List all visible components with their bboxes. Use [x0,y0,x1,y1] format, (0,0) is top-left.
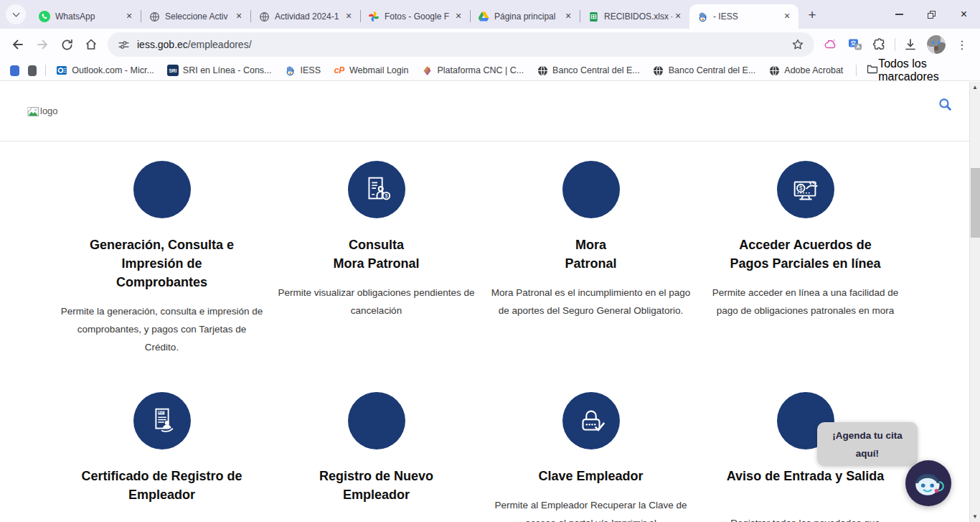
downloads-button[interactable] [898,32,923,57]
service-title[interactable]: Acceder Acuerdos de Pagos Parciales en l… [698,236,913,273]
bookmark-iess[interactable]: IESS [285,65,321,76]
bookmark-cnc[interactable]: Plataforma CNC | C... [421,65,524,76]
scroll-down-arrow[interactable]: ▼ [970,511,980,522]
cnc-icon [421,65,433,76]
url-text[interactable]: iess.gob.ec/empleadores/ [137,39,786,50]
folder-icon [867,63,878,78]
ruc-document-icon[interactable]: RUC [133,392,191,449]
iess-hand-icon [285,65,296,76]
bookmark-sri[interactable]: SRI SRI en Línea - Cons... [167,65,272,76]
card-consulta-mora-patronal[interactable]: $ Consulta Mora Patronal Permite visuali… [269,161,484,392]
service-title[interactable]: Generación, Consulta e Impresión de Comp… [55,236,269,292]
svg-text:$: $ [385,193,387,199]
card-acuerdos-pagos-parciales[interactable]: $ Acceder Acuerdos de Pagos Parciales en… [698,161,913,392]
tab-close-icon[interactable]: × [233,11,245,22]
tab-close-icon[interactable]: × [343,11,354,22]
chatbot-avatar[interactable] [905,460,951,506]
all-bookmarks[interactable]: Todos los marcadores [856,57,970,83]
service-description: Permite acceder en línea a una facilidad… [703,284,908,320]
address-bar[interactable]: iess.gob.ec/empleadores/ [108,32,814,57]
monitor-dollar-hand-icon[interactable]: $ [777,161,834,218]
site-search-button[interactable] [938,97,953,115]
svg-text:$: $ [799,185,803,192]
service-description: Permite visualizar obligaciones pendient… [274,284,479,320]
tab-actividad[interactable]: Actividad 2024-1 × [251,4,360,29]
bookmark-label: SRI en Línea - Cons... [183,65,272,75]
tab-recibidos[interactable]: RECIBIDOS.xlsx - × [580,4,689,29]
bookmark-label: Banco Central del E... [669,65,756,75]
window-controls: × [883,0,980,29]
forward-button[interactable] [30,32,55,57]
service-title[interactable]: Certificado de Registro de Empleador [55,467,269,504]
comprobantes-icon[interactable] [133,161,191,218]
close-icon: × [961,9,967,20]
card-certificado-registro[interactable]: RUC Certificado de Registro de Empleador [55,392,269,522]
bookmark-label: Outlook.com - Micr... [72,65,154,75]
puzzle-icon [872,37,887,52]
tab-label: RECIBIDOS.xlsx - [604,11,672,22]
tab-close-icon[interactable]: × [562,11,574,22]
browser-toolbar: iess.gob.ec/empleadores/ ⋮ [0,29,980,60]
tab-iess-active[interactable]: - IESS × [689,4,798,29]
bookmark-adobe-acrobat[interactable]: Adobe Acrobat [768,65,843,76]
tab-fotos[interactable]: Fotos - Google F × [361,4,470,29]
close-window-button[interactable]: × [948,0,980,29]
browser-menu-button[interactable]: ⋮ [950,32,974,57]
tab-label: WhatsApp [55,11,123,22]
new-tab-button[interactable]: + [803,6,821,24]
kebab-menu-icon: ⋮ [956,38,968,52]
scroll-up-arrow[interactable]: ▲ [970,82,980,93]
translate-button[interactable] [843,32,867,57]
tab-close-icon[interactable]: × [781,11,793,22]
ai-extension-button[interactable] [819,32,843,57]
tab-close-icon[interactable]: × [123,11,135,22]
back-button[interactable] [6,32,30,57]
page-scrollbar[interactable]: ▲ ▼ [969,82,980,522]
bookmark-star-button[interactable] [786,32,810,57]
tab-close-icon[interactable]: × [453,11,464,22]
tab-pagina-principal[interactable]: Página principal × [471,4,580,29]
bookmark-outlook[interactable]: Outlook.com - Micr... [56,65,154,76]
service-title[interactable]: Aviso de Entrada y Salida [698,467,913,485]
bookmarks-separator [856,65,857,76]
tab-whatsapp[interactable]: WhatsApp × [32,4,141,29]
registro-empleador-icon[interactable] [348,392,405,449]
service-description: Permite la generación, consulta e impres… [60,302,265,356]
service-title[interactable]: Consulta Mora Patronal [269,236,484,273]
scrollbar-thumb[interactable] [971,168,980,238]
pinned-blue-square-icon[interactable] [10,65,19,76]
service-title[interactable]: Mora Patronal [484,236,698,273]
home-button[interactable] [79,32,103,57]
card-generacion-comprobantes[interactable]: Generación, Consulta e Impresión de Comp… [55,161,269,392]
lock-check-icon[interactable] [562,392,620,449]
extensions-button[interactable] [867,32,892,57]
service-title[interactable]: Clave Empleador [484,467,698,485]
bookmark-webmail[interactable]: cP Webmail Login [334,65,408,76]
google-drive-icon [478,11,489,22]
forward-icon [35,37,50,52]
logo-alt-text: logo [40,106,58,116]
bookmark-banco-central-2[interactable]: Banco Central del E... [653,65,756,76]
profile-avatar[interactable] [927,35,946,54]
iess-hand-icon [697,11,708,22]
service-description: Permite al Empleador Recuperar la Clave … [489,496,694,522]
pinned-grey-square-icon[interactable] [28,65,37,76]
tab-search-button[interactable] [6,4,26,24]
card-mora-patronal[interactable]: Mora Patronal Mora Patronal es el incump… [484,161,698,392]
card-registro-nuevo-empleador[interactable]: Registro de Nuevo Empleador [269,392,484,522]
restore-button[interactable] [915,0,948,29]
service-description: Registrar todas las novedades que [703,514,908,522]
card-clave-empleador[interactable]: Clave Empleador Permite al Empleador Rec… [484,392,698,522]
minimize-button[interactable] [883,0,915,29]
site-logo-broken-image[interactable]: logo [27,106,58,118]
tab-close-icon[interactable]: × [672,11,684,22]
tab-seleccione[interactable]: Seleccione Activ × [141,4,250,29]
reload-button[interactable] [55,32,79,57]
mora-patronal-icon[interactable] [562,161,620,218]
chat-bubble[interactable]: ¡Agenda tu cita aquí! [817,422,918,466]
chevron-down-icon [12,10,19,17]
service-title[interactable]: Registro de Nuevo Empleador [269,467,484,504]
site-settings-icon[interactable] [118,39,130,51]
bookmark-banco-central-1[interactable]: Banco Central del E... [537,65,640,76]
document-person-dollar-icon[interactable]: $ [348,161,405,218]
